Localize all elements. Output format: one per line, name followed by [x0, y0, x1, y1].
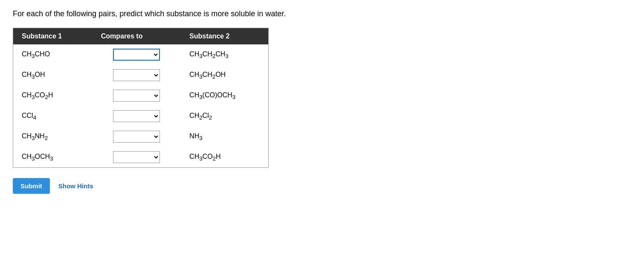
compare-cell-1: Substance 1Substance 2: [93, 65, 181, 85]
table-row: CH3OCH3Substance 1Substance 2CH3CO2H: [13, 147, 268, 167]
header-compares-to: Compares to: [93, 28, 181, 44]
substance1-cell-5: CH3OCH3: [13, 147, 93, 167]
bottom-bar: Submit Show Hints: [13, 178, 631, 194]
compare-cell-4: Substance 1Substance 2: [93, 126, 181, 147]
table-row: CH3CO2HSubstance 1Substance 2CH3(CO)OCH3: [13, 85, 268, 106]
comparison-table: Substance 1 Compares to Substance 2 CH3C…: [13, 28, 268, 167]
table-row: CH3OHSubstance 1Substance 2CH3CH2OH: [13, 65, 268, 85]
substance2-cell-0: CH3CH2CH3: [181, 44, 268, 65]
compare-dropdown-3[interactable]: Substance 1Substance 2: [113, 110, 160, 122]
table-container: Substance 1 Compares to Substance 2 CH3C…: [13, 28, 269, 168]
substance2-cell-3: CH2Cl2: [181, 106, 268, 126]
substance1-cell-1: CH3OH: [13, 65, 93, 85]
compare-cell-2: Substance 1Substance 2: [93, 85, 181, 106]
compare-dropdown-2[interactable]: Substance 1Substance 2: [113, 90, 160, 102]
compare-cell-0: Substance 1Substance 2: [93, 44, 181, 65]
table-row: CCl4Substance 1Substance 2CH2Cl2: [13, 106, 268, 126]
question-text: For each of the following pairs, predict…: [13, 9, 631, 19]
substance2-cell-2: CH3(CO)OCH3: [181, 85, 268, 106]
substance1-cell-4: CH3NH2: [13, 126, 93, 147]
compare-dropdown-5[interactable]: Substance 1Substance 2: [113, 151, 160, 163]
compare-dropdown-1[interactable]: Substance 1Substance 2: [113, 69, 160, 81]
header-substance2: Substance 2: [181, 28, 268, 44]
substance1-cell-3: CCl4: [13, 106, 93, 126]
table-row: CH3NH2Substance 1Substance 2NH3: [13, 126, 268, 147]
compare-dropdown-4[interactable]: Substance 1Substance 2: [113, 131, 160, 143]
compare-dropdown-0[interactable]: Substance 1Substance 2: [113, 49, 160, 61]
compare-cell-3: Substance 1Substance 2: [93, 106, 181, 126]
substance2-cell-4: NH3: [181, 126, 268, 147]
show-hints-link[interactable]: Show Hints: [58, 182, 93, 190]
substance1-cell-2: CH3CO2H: [13, 85, 93, 106]
submit-button[interactable]: Submit: [13, 178, 50, 194]
table-row: CH3CHOSubstance 1Substance 2CH3CH2CH3: [13, 44, 268, 65]
header-substance1: Substance 1: [13, 28, 93, 44]
substance1-cell-0: CH3CHO: [13, 44, 93, 65]
substance2-cell-1: CH3CH2OH: [181, 65, 268, 85]
substance2-cell-5: CH3CO2H: [181, 147, 268, 167]
compare-cell-5: Substance 1Substance 2: [93, 147, 181, 167]
